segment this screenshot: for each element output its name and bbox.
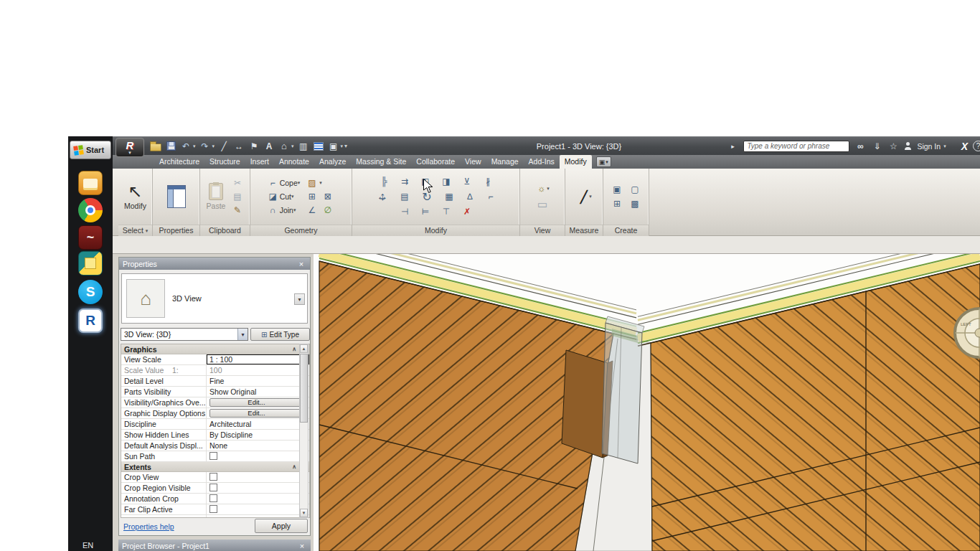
- exchange-apps-button[interactable]: X: [961, 141, 968, 152]
- measure-button[interactable]: ╱: [218, 140, 230, 152]
- beam-join-icon[interactable]: ∅: [321, 204, 334, 216]
- search-icon[interactable]: ∞: [854, 140, 866, 152]
- scale-icon[interactable]: ∆: [464, 191, 476, 202]
- notes-app-icon[interactable]: [78, 251, 103, 276]
- match-type-icon[interactable]: ✎: [231, 204, 243, 216]
- copy-icon[interactable]: ▤: [399, 191, 411, 202]
- panel-label-view[interactable]: View: [520, 225, 565, 236]
- move-icon[interactable]: ↔↕: [375, 189, 390, 204]
- close-icon[interactable]: ×: [297, 542, 307, 550]
- delete-icon[interactable]: ✗: [461, 206, 473, 217]
- modify-button[interactable]: ↖ Modify: [124, 183, 146, 210]
- annotation-crop-checkbox[interactable]: [209, 494, 217, 502]
- panel-label-measure[interactable]: Measure: [565, 225, 603, 236]
- tab-modify[interactable]: Modify: [560, 155, 592, 169]
- redo-button[interactable]: ↷: [199, 140, 211, 152]
- align-icon[interactable]: ╠: [378, 176, 390, 187]
- thin-lines-button[interactable]: [313, 140, 324, 152]
- demolish-icon[interactable]: ⊠: [321, 191, 334, 202]
- aligned-dimension-button[interactable]: ↔: [233, 140, 245, 152]
- wall-joins-icon[interactable]: ⊞: [306, 191, 318, 202]
- help-button[interactable]: ?: [973, 141, 980, 151]
- favorites-icon[interactable]: ☆: [887, 140, 899, 152]
- switch-windows-button[interactable]: ▣: [328, 140, 339, 152]
- create-assembly-icon[interactable]: ▢: [629, 184, 641, 195]
- files-app-icon[interactable]: [78, 171, 103, 195]
- trim-extend-single-icon[interactable]: ⊣: [399, 206, 411, 217]
- section-extents[interactable]: Extents∧: [121, 462, 309, 472]
- mirror-draw-axis-icon[interactable]: ◨: [440, 176, 453, 187]
- tab-view[interactable]: View: [460, 155, 486, 169]
- palette-scrollbar[interactable]: ▲ ▼: [299, 344, 308, 518]
- view-dropdown[interactable]: ▾: [291, 143, 294, 149]
- wave-app-icon[interactable]: ~: [78, 225, 103, 250]
- paste-button[interactable]: Paste: [207, 183, 226, 210]
- instance-selector[interactable]: 3D View: {3D} ▾: [121, 328, 248, 341]
- panel-label-properties[interactable]: Properties: [153, 225, 199, 236]
- section-graphics[interactable]: Graphics∧: [121, 344, 309, 354]
- text-button[interactable]: A: [263, 140, 275, 152]
- sun-path-checkbox[interactable]: [209, 452, 217, 460]
- panel-label-clipboard[interactable]: Clipboard: [200, 225, 250, 236]
- trim-extend-multiple-icon[interactable]: ⊨: [420, 206, 432, 217]
- skype-icon[interactable]: S: [78, 280, 103, 304]
- create-similar-icon[interactable]: ▩: [629, 198, 641, 209]
- tab-massing-site[interactable]: Massing & Site: [351, 155, 411, 169]
- redo-dropdown[interactable]: ▾: [212, 143, 215, 149]
- type-selector[interactable]: ⌂ 3D View ▾: [121, 273, 308, 324]
- offset-icon[interactable]: ⇉: [399, 176, 411, 187]
- type-selector-dropdown[interactable]: ▾: [294, 293, 305, 305]
- undo-button[interactable]: ↶: [180, 140, 192, 152]
- corner-board[interactable]: [562, 350, 608, 458]
- switch-windows-dropdown[interactable]: ▾: [341, 143, 344, 149]
- visibility-icon[interactable]: ☼: [535, 183, 547, 194]
- tab-manage[interactable]: Manage: [486, 155, 524, 169]
- subscription-center-icon[interactable]: ⇓: [871, 140, 882, 152]
- undo-dropdown[interactable]: ▾: [193, 143, 196, 149]
- glass-corner-panel[interactable]: [602, 323, 642, 463]
- panel-label-geometry[interactable]: Geometry: [250, 225, 352, 236]
- cope-button[interactable]: ⌐Cope▾: [268, 177, 301, 189]
- far-clip-active-checkbox[interactable]: [209, 505, 217, 513]
- save-button[interactable]: [165, 140, 176, 152]
- trim-extend-corner-icon[interactable]: ⌐: [485, 191, 497, 202]
- sign-in-dropdown[interactable]: ▾: [943, 143, 946, 149]
- scroll-down-icon[interactable]: ▼: [300, 509, 308, 517]
- create-group-icon[interactable]: ▣: [611, 184, 623, 195]
- paint-icon[interactable]: ▨: [306, 177, 318, 189]
- apply-button[interactable]: Apply: [255, 519, 308, 533]
- project-browser-header[interactable]: Project Browser - Project1 ×: [118, 540, 311, 551]
- panel-label-create[interactable]: Create: [603, 225, 649, 236]
- split-with-gap-icon[interactable]: ∦: [482, 176, 494, 187]
- visibility-graphics-edit-button[interactable]: Edit...: [209, 398, 303, 407]
- tab-structure[interactable]: Structure: [204, 155, 245, 169]
- tab-insert[interactable]: Insert: [245, 155, 274, 169]
- section-button[interactable]: ▥: [298, 140, 309, 152]
- properties-help-link[interactable]: Properties help: [123, 522, 174, 531]
- chevron-down-icon[interactable]: ▾: [237, 329, 248, 340]
- scroll-up-icon[interactable]: ▲: [300, 344, 308, 353]
- hide-isolate-icon[interactable]: ▭: [537, 199, 549, 210]
- language-indicator[interactable]: EN: [83, 541, 93, 550]
- split-face-icon[interactable]: ∠: [306, 204, 318, 216]
- drawing-area[interactable]: LEFT: [314, 254, 980, 551]
- sign-in-button[interactable]: Sign In: [917, 142, 941, 151]
- close-icon[interactable]: ×: [296, 260, 306, 268]
- join-geometry-button[interactable]: ∩Join▾: [268, 204, 301, 217]
- scrollbar-thumb[interactable]: [300, 354, 308, 423]
- tab-collaborate[interactable]: Collaborate: [411, 155, 460, 169]
- open-button[interactable]: [150, 140, 161, 152]
- 3d-view[interactable]: LEFT: [314, 254, 980, 551]
- panel-label-select[interactable]: Select▾: [118, 225, 152, 236]
- tab-annotate[interactable]: Annotate: [274, 155, 314, 169]
- default-3d-view-button[interactable]: ⌂: [278, 140, 290, 152]
- pin-icon[interactable]: ⊤: [440, 206, 453, 217]
- array-icon[interactable]: ▦: [443, 191, 456, 202]
- tab-architecture[interactable]: Architecture: [154, 155, 204, 169]
- search-input[interactable]: [743, 141, 849, 152]
- chrome-icon[interactable]: [78, 198, 103, 222]
- start-button[interactable]: Start: [70, 141, 111, 159]
- create-parts-icon[interactable]: ⊞: [611, 198, 623, 209]
- customize-qat-button[interactable]: ▾: [344, 143, 347, 149]
- split-element-icon[interactable]: ⊻: [461, 176, 473, 187]
